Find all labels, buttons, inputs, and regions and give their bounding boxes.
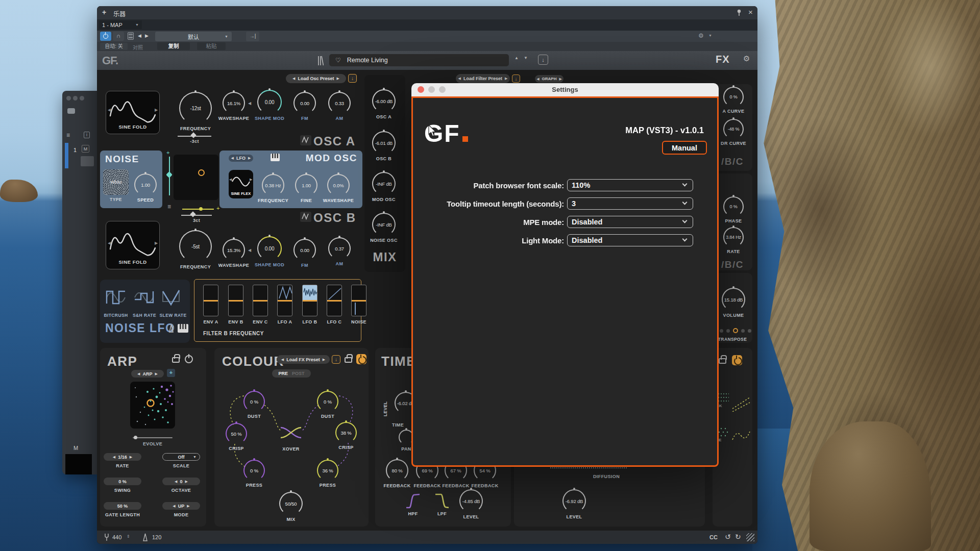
close-icon[interactable]: × <box>748 8 753 16</box>
download-icon[interactable]: ↓ <box>348 74 357 83</box>
menu-icon[interactable]: ≡ <box>167 203 171 210</box>
noise-type-display[interactable]: White <box>103 169 129 195</box>
mod-slot-lfo-a[interactable] <box>277 285 292 316</box>
library-icon[interactable] <box>317 56 324 66</box>
crisp-left-knob[interactable]: 50 %CRISP <box>226 423 247 451</box>
phase-knob[interactable]: 0 %PHASE <box>723 196 744 223</box>
osc-a-am-knob[interactable]: 0.33AM <box>328 92 351 121</box>
mod-slot-lfo-c[interactable] <box>327 285 342 316</box>
colour-mix-knob[interactable]: 50/50MIX <box>279 492 303 522</box>
osc-b-shape-mod-knob[interactable]: 0.00SHAPE MOD <box>257 236 282 267</box>
mute-button[interactable]: M <box>82 145 89 153</box>
favorite-heart-icon[interactable]: ♡ <box>335 57 341 64</box>
arp-selector[interactable]: ◀ARP▶ <box>131 370 164 378</box>
osc-a-wave-icon[interactable] <box>300 135 311 145</box>
mix-mod-osc-knob[interactable]: -INF dBMOD OSC <box>372 172 396 202</box>
dust-right-knob[interactable]: 0 %DUST <box>317 391 338 419</box>
osc-a-wave-display[interactable]: SINE FOLD ◀ ▶ <box>106 91 160 134</box>
gear-icon[interactable]: ⚙ <box>698 32 704 39</box>
noise-speed-knob[interactable]: 1.00SPEED <box>134 173 157 203</box>
light-mode-dropdown[interactable]: Disabled <box>567 234 693 246</box>
manual-button[interactable]: Manual <box>662 141 707 155</box>
osc-b-waveshape-knob[interactable]: 15.3%WAVESHAPE <box>223 239 245 268</box>
copy-button[interactable]: 复制 <box>157 42 190 50</box>
arp-rate-stepper[interactable]: ◀1/16▶ <box>104 453 141 461</box>
arp-gate-field[interactable]: 50 % <box>104 502 141 510</box>
font-scale-dropdown[interactable]: 110% <box>567 179 693 191</box>
transpose-dots[interactable] <box>720 328 751 333</box>
volume-knob[interactable]: 15.18 dBVOLUME <box>722 288 745 318</box>
paste-button[interactable]: 粘贴 <box>197 42 226 50</box>
graph-selector[interactable]: ◀GRAPH▶ <box>535 75 564 83</box>
time-out-level-knob[interactable]: -4.85 dBLEVEL <box>459 489 483 519</box>
osc-a-frequency-knob[interactable]: -12stFREQUENCY <box>179 92 212 131</box>
load-osc-preset[interactable]: ◀Load Osc Preset▶ <box>286 74 346 83</box>
arp-mode-stepper[interactable]: ◀UP▶ <box>162 502 200 510</box>
automation-toggle[interactable]: 自动: 关 <box>100 43 128 50</box>
mod-slot-env-a[interactable] <box>203 285 218 316</box>
settings-gear-icon[interactable]: ⚙ <box>743 54 750 63</box>
mod-osc-fine-knob[interactable]: 1.00FINE <box>295 174 317 203</box>
piano-icon[interactable] <box>271 154 280 161</box>
diffusion-slider[interactable] <box>550 467 627 468</box>
evolve-handle[interactable] <box>134 436 137 439</box>
dust-left-knob[interactable]: 0 %DUST <box>243 391 265 419</box>
spinner-icon[interactable]: ⇕ <box>127 534 130 539</box>
wet-dry-button[interactable]: ∩ <box>113 32 124 41</box>
power-icon[interactable] <box>356 354 366 364</box>
arrow-left-icon[interactable]: ◀ <box>229 178 232 182</box>
mpe-mode-dropdown[interactable]: Disabled <box>567 216 693 228</box>
xy-horizontal-slider[interactable] <box>182 209 214 210</box>
osc-b-fm-knob[interactable]: 0.00FM <box>293 239 316 268</box>
window-button[interactable] <box>80 96 84 101</box>
preset-file-icon[interactable] <box>128 32 134 40</box>
sh-rate-icon[interactable] <box>133 286 155 309</box>
window-button[interactable] <box>66 96 71 101</box>
preset-next-icon[interactable]: ▼ <box>524 56 528 60</box>
osc-a-fm-knob[interactable]: 0.00FM <box>293 92 316 121</box>
fx-page-button[interactable]: FX <box>716 54 730 65</box>
info-icon[interactable]: i <box>84 132 90 138</box>
download-icon[interactable]: ↓ <box>332 355 340 364</box>
window-button[interactable] <box>73 96 78 101</box>
preset-select[interactable]: 默认 ▼ <box>155 32 232 41</box>
power-icon[interactable] <box>732 355 742 365</box>
save-preset-icon[interactable]: ↓ <box>538 55 548 65</box>
feedback-knob-1[interactable]: 80 %FEEDBACK <box>386 459 408 488</box>
cc-button[interactable]: CC <box>709 534 718 540</box>
chevron-down-icon[interactable]: ▼ <box>708 34 712 37</box>
arrow-right-icon[interactable]: ▶ <box>155 241 158 245</box>
xy-horizontal-handle[interactable] <box>199 207 203 211</box>
rate-knob[interactable]: 3.84 HzRATE <box>723 227 744 254</box>
mod-osc-frequency-knob[interactable]: 0.38 HzFREQUENCY <box>262 174 284 203</box>
dr-curve-knob[interactable]: -48 %DR CURVE <box>723 119 744 146</box>
arp-scale-select[interactable]: Off▼ <box>162 453 200 461</box>
pin-icon[interactable] <box>736 9 742 16</box>
crisp-right-knob[interactable]: 38 %CRISP <box>335 422 357 450</box>
mix-osc-a-knob[interactable]: -6.00 dBOSC A <box>372 89 396 119</box>
mod-slot-env-b[interactable] <box>228 285 243 316</box>
mod-slot-noise[interactable] <box>351 285 366 316</box>
tuning-value[interactable]: 440 <box>112 534 121 540</box>
pattern-icon[interactable] <box>731 428 751 443</box>
arrow-left-icon[interactable]: ◀ <box>108 108 111 112</box>
piano-icon[interactable] <box>178 324 188 333</box>
dialog-titlebar[interactable]: Settings <box>411 83 719 96</box>
insert-button[interactable]: →| <box>246 32 259 41</box>
osc-b-wave-display[interactable]: SINE FOLD ◀ ▶ <box>106 221 160 269</box>
comment-icon[interactable] <box>67 108 75 114</box>
bitcrush-icon[interactable] <box>105 286 127 309</box>
evolve-slider[interactable] <box>133 437 173 438</box>
preset-browser-field[interactable]: ♡ Remote Living <box>329 54 509 66</box>
lock-icon[interactable] <box>345 357 352 363</box>
pre-post-toggle[interactable]: PREPOST <box>272 369 311 378</box>
tooltip-timeout-dropdown[interactable]: 3 <box>567 197 693 210</box>
metronome-icon[interactable] <box>167 323 175 333</box>
load-filter-preset[interactable]: ◀Load Filter Preset▶ <box>456 74 510 83</box>
mod-direction-icon[interactable]: ◀ <box>248 248 251 253</box>
load-fx-preset[interactable]: ◀Load FX Preset▶ <box>277 355 330 364</box>
next-preset-button[interactable]: ▶ <box>145 33 149 38</box>
osc-b-frequency-knob[interactable]: -5stFREQUENCY <box>179 230 212 269</box>
bypass-power-button[interactable] <box>100 32 111 41</box>
redo-icon[interactable]: ↻ <box>735 533 741 541</box>
